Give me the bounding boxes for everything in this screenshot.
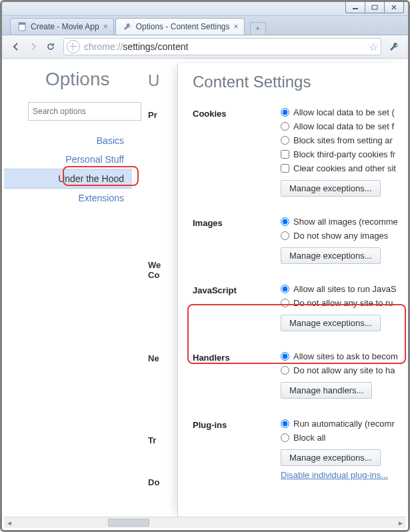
close-tab-icon[interactable]: × [103, 22, 108, 31]
radio[interactable] [281, 122, 289, 131]
label-ne-cut: Ne [148, 353, 161, 363]
section-heading-handlers: Handlers [193, 351, 281, 399]
window-minimize-button[interactable] [345, 2, 365, 13]
radio[interactable] [281, 433, 289, 442]
globe-icon [67, 40, 80, 53]
radio[interactable] [281, 108, 289, 117]
svg-rect-5 [19, 23, 25, 25]
label-web-cut: We [148, 260, 161, 270]
tab-options-content-settings[interactable]: Options - Content Settings × [115, 18, 245, 35]
javascript-option-block-all[interactable]: Do not allow any site to ru [281, 298, 406, 308]
handlers-option-allow[interactable]: Allow sites to ask to becom [281, 351, 406, 361]
radio[interactable] [281, 217, 289, 226]
window-titlebar [2, 2, 408, 16]
radio[interactable] [281, 366, 289, 375]
svg-rect-1 [372, 5, 377, 9]
javascript-option-allow-all[interactable]: Allow all sites to run JavaS [281, 284, 406, 294]
bookmark-star-icon[interactable]: ☆ [369, 41, 378, 53]
tab-strip: Create - Movie App × Options - Content S… [2, 16, 408, 35]
new-tab-button[interactable]: + [250, 22, 266, 35]
window-close-button[interactable] [384, 2, 404, 13]
section-heading-images: Images [193, 217, 281, 264]
section-cookies: Cookies Allow local data to be set ( All… [193, 107, 406, 197]
close-tab-icon[interactable]: × [233, 22, 238, 31]
section-plugins: Plug-ins Run automatically (recomr Block… [193, 419, 406, 480]
section-handlers: Handlers Allow sites to ask to becom Do … [193, 351, 406, 399]
cookies-manage-exceptions-button[interactable]: Manage exceptions... [281, 180, 381, 197]
search-options-input[interactable] [28, 102, 141, 121]
label-do-cut: Do [148, 477, 161, 487]
sidebar-item-personal-stuff[interactable]: Personal Stuff [4, 150, 132, 169]
plugins-manage-exceptions-button[interactable]: Manage exceptions... [281, 449, 381, 466]
section-images: Images Show all images (recomme Do not s… [193, 217, 406, 264]
handlers-option-block[interactable]: Do not allow any site to ha [281, 365, 406, 375]
scroll-track[interactable] [15, 518, 395, 527]
scroll-thumb[interactable] [108, 519, 149, 527]
disable-individual-plugins-link[interactable]: Disable individual plug-ins... [281, 470, 388, 480]
section-heading-javascript: JavaScript [193, 284, 281, 331]
svg-rect-0 [353, 8, 358, 9]
javascript-manage-exceptions-button[interactable]: Manage exceptions... [281, 315, 381, 331]
browser-toolbar: chrome://settings/content ☆ [2, 35, 408, 59]
radio[interactable] [281, 285, 289, 293]
wrench-menu-button[interactable] [385, 39, 403, 55]
section-javascript: JavaScript Allow all sites to run JavaS … [193, 284, 406, 331]
cookies-option-clear[interactable]: Clear cookies and other sit [281, 163, 406, 173]
reload-button[interactable] [42, 39, 59, 55]
sidebar-item-extensions[interactable]: Extensions [4, 189, 132, 207]
label-co-cut: Co [148, 270, 161, 280]
images-option-do-not-show[interactable]: Do not show any images [281, 231, 406, 241]
window-maximize-button[interactable] [365, 2, 385, 13]
images-option-show-all[interactable]: Show all images (recomme [281, 217, 406, 227]
scroll-right-arrow-icon[interactable]: ► [395, 518, 406, 527]
checkbox[interactable] [281, 164, 289, 173]
tab-label: Options - Content Settings [136, 22, 230, 31]
horizontal-scrollbar[interactable]: ◄ ► [4, 517, 406, 528]
forward-button[interactable] [25, 39, 42, 55]
plugins-option-block-all[interactable]: Block all [281, 433, 406, 443]
label-tr-cut: Tr [148, 435, 161, 445]
cookies-option-allow-local[interactable]: Allow local data to be set ( [281, 107, 406, 117]
section-heading-plugins: Plug-ins [193, 419, 281, 480]
radio[interactable] [281, 231, 289, 240]
page-favicon-icon [17, 22, 27, 31]
plugins-option-run-auto[interactable]: Run automatically (recomr [281, 419, 406, 429]
radio[interactable] [281, 352, 289, 361]
options-side-menu: Basics Personal Stuff Under the Hood Ext… [4, 131, 137, 207]
cookies-option-block-sites[interactable]: Block sites from setting ar [281, 135, 406, 145]
images-manage-exceptions-button[interactable]: Manage exceptions... [281, 247, 381, 264]
checkbox[interactable] [281, 150, 289, 159]
radio[interactable] [281, 419, 289, 428]
label-privacy-cut: Pr [148, 110, 161, 120]
radio[interactable] [281, 136, 289, 145]
section-heading-cookies: Cookies [193, 107, 281, 197]
wrench-favicon-icon [123, 22, 132, 31]
tab-create-movie-app[interactable]: Create - Movie App × [10, 18, 114, 35]
sidebar-item-basics[interactable]: Basics [4, 131, 132, 150]
url-text: chrome://settings/content [84, 41, 366, 52]
scroll-left-arrow-icon[interactable]: ◄ [4, 518, 15, 527]
sidebar-item-under-the-hood[interactable]: Under the Hood [4, 169, 132, 189]
address-bar[interactable]: chrome://settings/content ☆ [63, 38, 381, 55]
section-heading-cut: U [148, 71, 161, 90]
radio[interactable] [281, 299, 289, 307]
panel-title: Content Settings [193, 73, 406, 91]
cookies-option-block-3p[interactable]: Block third-party cookies fr [281, 149, 406, 159]
content-settings-panel: Content Settings Cookies Allow local dat… [177, 63, 406, 518]
back-button[interactable] [7, 39, 25, 55]
tab-label: Create - Movie App [31, 22, 99, 31]
cookies-option-allow-local-2[interactable]: Allow local data to be set f [281, 121, 406, 131]
handlers-manage-button[interactable]: Manage handlers... [281, 382, 372, 399]
